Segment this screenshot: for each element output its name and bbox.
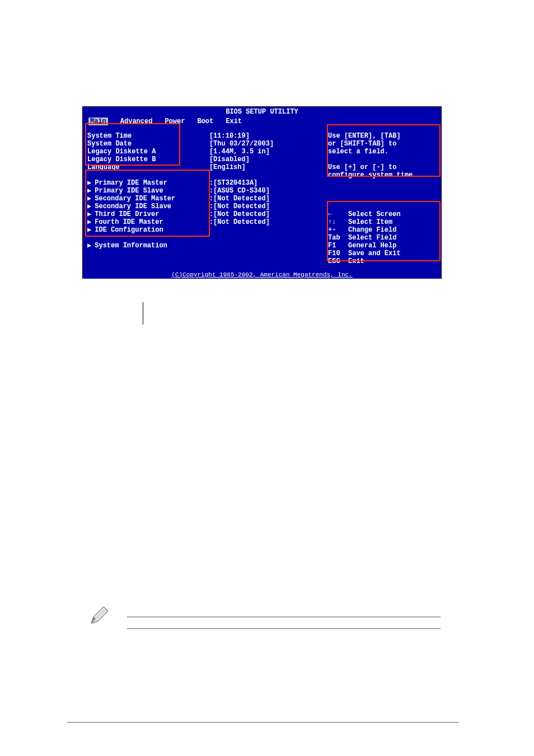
nav-desc: General Help [348, 242, 396, 250]
field-label[interactable]: Legacy Diskette A [87, 148, 209, 156]
nav-desc: Change Field [348, 226, 396, 234]
triangle-right-icon: ▶ [87, 195, 91, 203]
field-label[interactable]: System Date [87, 140, 209, 148]
submenu-value: :[Not Detected] [209, 195, 320, 203]
field-value[interactable]: [1.44M, 3.5 in] [209, 148, 320, 156]
submenu-value: :[Not Detected] [209, 210, 320, 218]
field-label[interactable]: Legacy Diskette B [87, 156, 209, 163]
tab-main[interactable]: Main [88, 118, 108, 125]
submenu-label: Fourth IDE Master [95, 218, 163, 226]
nav-row: TabSelect Field [328, 234, 435, 242]
submenu-item[interactable]: ▶Secondary IDE Slave [87, 203, 209, 210]
nav-row: +-Change Field [328, 226, 435, 234]
title-bar: BIOS SETUP UTILITY [83, 107, 441, 117]
menu-tab-bar: Main Advanced Power Boot Exit [83, 117, 441, 126]
submenu-label: IDE Configuration [95, 226, 163, 234]
help-line: Use [+] or [-] to [328, 163, 435, 171]
help-line: Use [ENTER], [TAB] [328, 132, 435, 140]
nav-row: ←Select Screen [328, 210, 435, 218]
note-lines [127, 605, 441, 640]
submenu-item[interactable]: ▶Primary IDE Master [87, 179, 209, 187]
submenu-item[interactable]: ▶Secondary IDE Master [87, 195, 209, 203]
help-line: or [SHIFT-TAB] to [328, 140, 435, 148]
submenu-item[interactable]: ▶System Information [87, 242, 209, 250]
nav-key: Tab [328, 234, 348, 242]
submenu-label: Secondary IDE Slave [95, 203, 171, 210]
submenu-label: Third IDE Driver [95, 210, 159, 218]
triangle-right-icon: ▶ [87, 203, 91, 210]
submenu-item[interactable]: ▶IDE Configuration [87, 226, 209, 234]
tab-advanced[interactable]: Advanced [120, 118, 153, 125]
callout-line [143, 302, 143, 325]
submenu-value: :[Not Detected] [209, 218, 320, 226]
submenu-value: :[Not Detected] [209, 203, 320, 210]
nav-key: +- [328, 226, 348, 234]
triangle-right-icon: ▶ [87, 187, 91, 195]
submenu-item[interactable]: ▶Primary IDE Slave [87, 187, 209, 195]
tab-boot[interactable]: Boot [197, 118, 213, 125]
triangle-right-icon: ▶ [87, 242, 91, 250]
submenu-label: Secondary IDE Master [95, 195, 175, 203]
bios-screenshot: BIOS SETUP UTILITY Main Advanced Power B… [82, 106, 442, 303]
submenu-label: System Information [95, 242, 167, 250]
labels-column: System Time System Date Legacy Diskette … [87, 132, 209, 265]
field-value[interactable]: [Disabled] [209, 156, 320, 163]
nav-key: ↑↓ [328, 218, 348, 226]
copyright-bar: (C)Copyright 1985-2002, American Megatre… [83, 271, 441, 279]
submenu-item[interactable]: ▶Third IDE Driver [87, 210, 209, 218]
submenu-item[interactable]: ▶Fourth IDE Master [87, 218, 209, 226]
triangle-right-icon: ▶ [87, 210, 91, 218]
triangle-right-icon: ▶ [87, 179, 91, 187]
field-value[interactable]: [English] [209, 163, 320, 171]
footer-divider [67, 722, 459, 723]
help-panel: Use [ENTER], [TAB] or [SHIFT-TAB] to sel… [324, 128, 440, 270]
nav-key: ESC [328, 257, 348, 265]
body-area: System Time System Date Legacy Diskette … [83, 126, 441, 271]
tab-power[interactable]: Power [165, 118, 185, 125]
nav-key: ← [328, 210, 348, 218]
submenu-value: :[ASUS CD-S340] [209, 187, 320, 195]
nav-desc: Select Field [348, 234, 396, 242]
help-line: configure system time. [328, 171, 435, 179]
bios-window: BIOS SETUP UTILITY Main Advanced Power B… [82, 106, 442, 279]
field-label[interactable]: System Time [87, 132, 209, 140]
tab-exit[interactable]: Exit [226, 118, 242, 125]
help-line: select a field. [328, 148, 435, 156]
values-column: [11:10:19] [Thu 03/27/2003] [1.44M, 3.5 … [209, 132, 320, 265]
nav-desc: Save and Exit [348, 250, 401, 257]
main-panel: System Time System Date Legacy Diskette … [84, 128, 324, 270]
nav-row: F1General Help [328, 242, 435, 250]
triangle-right-icon: ▶ [87, 226, 91, 234]
nav-key: F1 [328, 242, 348, 250]
nav-desc: Select Screen [348, 210, 401, 218]
nav-row: F10Save and Exit [328, 250, 435, 257]
nav-row: ESCExit [328, 257, 435, 265]
submenu-value: :[ST320413A] [209, 179, 320, 187]
triangle-right-icon: ▶ [87, 218, 91, 226]
pencil-icon [88, 604, 110, 627]
field-label[interactable]: Language [87, 163, 209, 171]
nav-row: ↑↓Select Item [328, 218, 435, 226]
field-value[interactable]: [Thu 03/27/2003] [209, 140, 320, 148]
nav-key: F10 [328, 250, 348, 257]
submenu-label: Primary IDE Master [95, 179, 167, 187]
submenu-label: Primary IDE Slave [95, 187, 163, 195]
nav-desc: Select Item [348, 218, 392, 226]
nav-desc: Exit [348, 257, 364, 265]
field-value[interactable]: [11:10:19] [209, 132, 320, 140]
